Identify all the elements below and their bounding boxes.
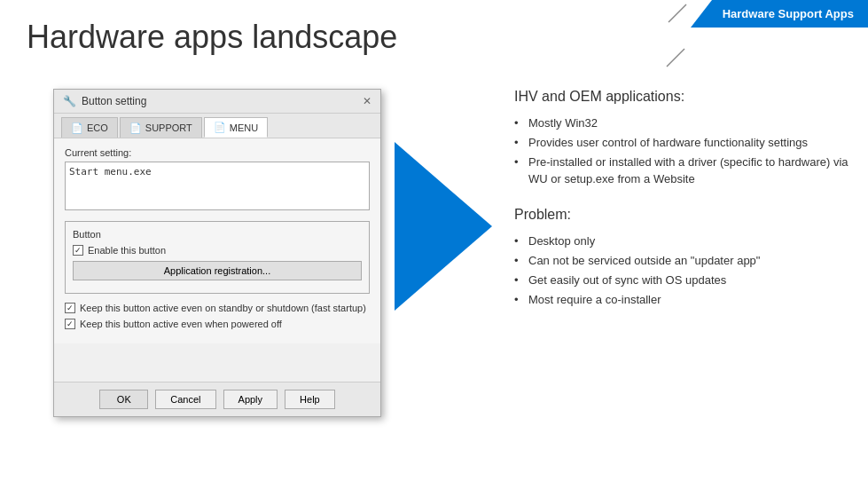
decorative-lines xyxy=(660,0,695,71)
svg-line-0 xyxy=(669,4,686,22)
powered-off-label: Keep this button active even when powere… xyxy=(80,319,282,329)
button-section-title: Button xyxy=(73,229,362,240)
apply-button[interactable]: Apply xyxy=(223,390,278,409)
svg-line-1 xyxy=(667,49,684,67)
list-item: Desktop only xyxy=(514,232,851,251)
tab-menu[interactable]: 📄 MENU xyxy=(204,117,268,138)
ihv-title: IHV and OEM applications: xyxy=(514,89,851,105)
list-item: Can not be serviced outside an "updater … xyxy=(514,251,851,271)
standby-label: Keep this button active even on standby … xyxy=(80,303,370,313)
standby-checkbox[interactable]: ✓ xyxy=(65,303,75,313)
problem-section: Problem: Desktop only Can not be service… xyxy=(514,207,851,311)
dialog-panel: 🔧 Button setting ✕ 📄 ECO 📄 SUPPORT 📄 MEN… xyxy=(53,89,381,417)
right-arrow-icon xyxy=(395,142,492,311)
arrow-container xyxy=(395,142,492,311)
eco-tab-icon: 📄 xyxy=(71,122,83,134)
list-item: Most require a co-installer xyxy=(514,290,851,310)
page-title: Hardware apps landscape xyxy=(27,18,397,56)
right-panel: IHV and OEM applications: Mostly Win32 P… xyxy=(514,89,851,328)
enable-button-row: ✓ Enable this button xyxy=(73,245,362,256)
dialog-icon: 🔧 xyxy=(63,95,76,107)
standby-row: ✓ Keep this button active even on standb… xyxy=(65,303,370,313)
cancel-button[interactable]: Cancel xyxy=(155,390,215,409)
dialog-tabs: 📄 ECO 📄 SUPPORT 📄 MENU xyxy=(54,114,380,138)
problem-bullet-list: Desktop only Can not be serviced outside… xyxy=(514,232,851,311)
close-icon[interactable]: ✕ xyxy=(363,95,371,107)
problem-title: Problem: xyxy=(514,207,851,223)
dialog-title: 🔧 Button setting xyxy=(63,95,146,107)
enable-label: Enable this button xyxy=(88,245,166,256)
ok-button[interactable]: OK xyxy=(99,390,148,409)
powered-off-row: ✓ Keep this button active even when powe… xyxy=(65,319,370,329)
current-setting-textarea[interactable] xyxy=(65,162,370,210)
ihv-section: IHV and OEM applications: Mostly Win32 P… xyxy=(514,89,851,189)
app-registration-button[interactable]: Application registration... xyxy=(73,261,362,280)
list-item: Get easily out of sync with OS updates xyxy=(514,271,851,290)
dialog-titlebar: 🔧 Button setting ✕ xyxy=(54,90,380,114)
button-section: Button ✓ Enable this button Application … xyxy=(65,221,370,294)
tab-support[interactable]: 📄 SUPPORT xyxy=(120,117,202,138)
current-setting-label: Current setting: xyxy=(65,147,370,158)
menu-tab-icon: 📄 xyxy=(214,122,226,133)
support-tab-icon: 📄 xyxy=(129,122,142,134)
powered-off-checkbox[interactable]: ✓ xyxy=(65,319,75,329)
enable-checkbox[interactable]: ✓ xyxy=(73,245,83,256)
ihv-bullet-list: Mostly Win32 Provides user control of ha… xyxy=(514,114,851,189)
list-item: Mostly Win32 xyxy=(514,114,851,133)
list-item: Provides user control of hardware functi… xyxy=(514,133,851,153)
tab-eco[interactable]: 📄 ECO xyxy=(61,117,118,138)
help-button[interactable]: Help xyxy=(285,390,335,409)
list-item: Pre-installed or installed with a driver… xyxy=(514,153,851,188)
dialog-footer: OK Cancel Apply Help xyxy=(54,382,380,416)
hardware-support-apps-badge: Hardware Support Apps xyxy=(691,0,868,28)
dialog-body: Current setting: Button ✓ Enable this bu… xyxy=(54,138,380,343)
